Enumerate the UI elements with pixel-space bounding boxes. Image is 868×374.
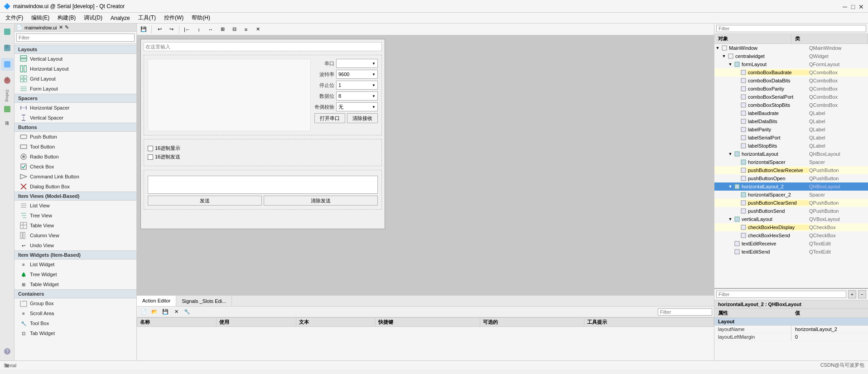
- port-combo[interactable]: ▼: [336, 59, 378, 68]
- file-tab-label[interactable]: mainwindow.ui: [24, 25, 57, 30]
- clear-send-button[interactable]: 清除发送: [264, 196, 378, 206]
- tree-row[interactable]: ▼verticalLayoutQVBoxLayout: [714, 215, 868, 223]
- tree-row[interactable]: textEditSendQTextEdit: [714, 248, 868, 256]
- maximize-button[interactable]: □: [850, 3, 856, 10]
- welcome-icon[interactable]: [1, 25, 14, 38]
- widget-check-box[interactable]: Check Box: [14, 162, 136, 172]
- tree-row[interactable]: ▼MainWindowQMainWindow: [714, 44, 868, 52]
- tab-action-editor[interactable]: Action Editor: [137, 296, 176, 306]
- menu-tools[interactable]: 工具(T): [135, 13, 159, 23]
- toolbar-form[interactable]: ≡: [241, 24, 251, 34]
- debug-icon[interactable]: [1, 74, 14, 87]
- tree-row[interactable]: pushButtonClearReceiveQPushButton: [714, 166, 868, 174]
- tree-row[interactable]: textEditReceiveQTextEdit: [714, 240, 868, 248]
- prop-filter-input[interactable]: [716, 291, 846, 298]
- tree-row[interactable]: ▼horizontalLayout_2QHBoxLayout: [714, 182, 868, 191]
- widget-tool-box[interactable]: 🔧 Tool Box: [14, 318, 136, 328]
- toolbar-break[interactable]: ✕: [253, 24, 263, 34]
- toolbar-undo[interactable]: ↩: [154, 24, 164, 34]
- object-filter-input[interactable]: [716, 25, 866, 32]
- widget-table-widget[interactable]: ⊞ Table Widget: [14, 279, 136, 289]
- widget-vertical-layout[interactable]: Vertical Layout: [14, 54, 136, 64]
- tree-row[interactable]: comboBoxStopBitsQComboBox: [714, 101, 868, 109]
- action-save[interactable]: 💾: [160, 307, 170, 317]
- menu-debug[interactable]: 调试(D): [80, 13, 106, 23]
- tree-row[interactable]: horizontalSpacer_2Spacer: [714, 191, 868, 199]
- tree-row[interactable]: pushButtonSendQPushButton: [714, 207, 868, 215]
- widget-dialog-button-box[interactable]: Dialog Button Box: [14, 182, 136, 192]
- widget-push-button[interactable]: Push Button: [14, 132, 136, 142]
- project-icon[interactable]: [1, 103, 14, 115]
- widget-group-box[interactable]: GB Group Box: [14, 298, 136, 308]
- toolbar-align2[interactable]: ↕: [194, 24, 204, 34]
- widget-filter-input[interactable]: [16, 34, 135, 42]
- widget-tool-button[interactable]: Tool Button: [14, 142, 136, 152]
- tree-row[interactable]: labelSerialPortQLabel: [714, 134, 868, 142]
- action-new[interactable]: 📄: [139, 307, 149, 317]
- design-icon[interactable]: [1, 58, 14, 71]
- hex-send-checkbox[interactable]: [148, 154, 153, 160]
- widget-radio-button[interactable]: Radio Button: [14, 152, 136, 162]
- widget-vertical-spacer[interactable]: Vertical Spacer: [14, 113, 136, 123]
- widget-tab-widget[interactable]: ⊡ Tab Widget: [14, 328, 136, 338]
- edit-icon[interactable]: [1, 42, 14, 54]
- tree-row[interactable]: comboBoxParityQComboBox: [714, 85, 868, 93]
- tree-row[interactable]: comboBoxDataBitsQComboBox: [714, 77, 868, 85]
- prop-expand-btn[interactable]: +: [848, 290, 856, 298]
- tree-row[interactable]: comboBoxSerialPortQComboBox: [714, 93, 868, 101]
- toolbar-redo[interactable]: ↪: [166, 24, 176, 34]
- action-open[interactable]: 📂: [149, 307, 159, 317]
- widget-list-widget[interactable]: ≡ List Widget: [14, 259, 136, 269]
- help-icon[interactable]: ?: [1, 345, 14, 358]
- widget-grid-layout[interactable]: Grid Layout: [14, 74, 136, 84]
- menu-file[interactable]: 文件(F): [2, 13, 27, 23]
- action-filter[interactable]: [658, 308, 712, 316]
- stopbit-combo[interactable]: 1 ▼: [336, 81, 378, 90]
- tree-row[interactable]: ▼horizontalLayoutQHBoxLayout: [714, 150, 868, 158]
- widget-form-layout[interactable]: Form Layout: [14, 84, 136, 94]
- tree-row[interactable]: ▼formLayoutQFormLayout: [714, 60, 868, 68]
- action-settings[interactable]: 🔧: [182, 307, 192, 317]
- clear-recv-button[interactable]: 清除接收: [347, 113, 378, 123]
- widget-tree-view[interactable]: Tree View: [14, 211, 136, 221]
- tab-signals-slots[interactable]: Signals _Slots Edi...: [176, 296, 232, 306]
- databits-combo[interactable]: 8 ▼: [336, 91, 378, 101]
- toolbar-save[interactable]: 💾: [139, 24, 149, 34]
- widget-command-link-button[interactable]: Command Link Button: [14, 172, 136, 182]
- tree-row[interactable]: comboBoxBaudrateQComboBox: [714, 68, 868, 77]
- tree-row[interactable]: horizontalSpacerSpacer: [714, 158, 868, 166]
- menu-widgets[interactable]: 控件(W): [160, 13, 187, 23]
- prop-collapse-btn[interactable]: −: [858, 290, 866, 298]
- widget-horizontal-layout[interactable]: Horizontal Layout: [14, 64, 136, 74]
- hex-display-checkbox[interactable]: [148, 146, 153, 151]
- prop-value-0[interactable]: horizontalLayout_2: [791, 326, 868, 333]
- menu-edit[interactable]: 编辑(E): [28, 13, 53, 23]
- tree-row[interactable]: labelParityQLabel: [714, 125, 868, 134]
- prop-value-1[interactable]: 0: [791, 333, 868, 340]
- file-tab-close[interactable]: ✕: [59, 24, 63, 30]
- baudrate-combo[interactable]: 9600 ▼: [336, 70, 378, 79]
- widget-table-view[interactable]: Table View: [14, 221, 136, 230]
- menu-help[interactable]: 帮助(H): [188, 13, 214, 23]
- tree-row[interactable]: labelBaudrateQLabel: [714, 109, 868, 117]
- toolbar-align[interactable]: |←: [182, 24, 192, 34]
- open-port-button[interactable]: 打开串口: [314, 113, 345, 123]
- toolbar-layout[interactable]: ⊞: [217, 24, 227, 34]
- widget-list-view[interactable]: List View: [14, 201, 136, 211]
- tree-row[interactable]: pushButtonOpenQPushButton: [714, 174, 868, 182]
- tree-row[interactable]: labelStopBitsQLabel: [714, 142, 868, 150]
- send-button[interactable]: 发送: [148, 196, 262, 206]
- tree-row[interactable]: checkBoxHexSendQCheckBox: [714, 231, 868, 240]
- toolbar-align3[interactable]: ↔: [206, 24, 216, 34]
- send-text-area[interactable]: [148, 176, 378, 194]
- search-input[interactable]: [144, 42, 382, 51]
- minimize-button[interactable]: ─: [842, 3, 848, 10]
- close-button[interactable]: ✕: [858, 3, 864, 10]
- tree-row[interactable]: checkBoxHexDisplayQCheckBox: [714, 223, 868, 231]
- widget-column-view[interactable]: Column View: [14, 230, 136, 240]
- action-delete[interactable]: ✕: [171, 307, 181, 317]
- widget-tree-widget[interactable]: 🌲 Tree Widget: [14, 269, 136, 279]
- widget-undo-view[interactable]: ↩ Undo View: [14, 240, 136, 250]
- menu-analyze[interactable]: Analyze: [107, 14, 134, 22]
- form-canvas[interactable]: 串口 ▼ 波特率 9600 ▼: [140, 39, 385, 229]
